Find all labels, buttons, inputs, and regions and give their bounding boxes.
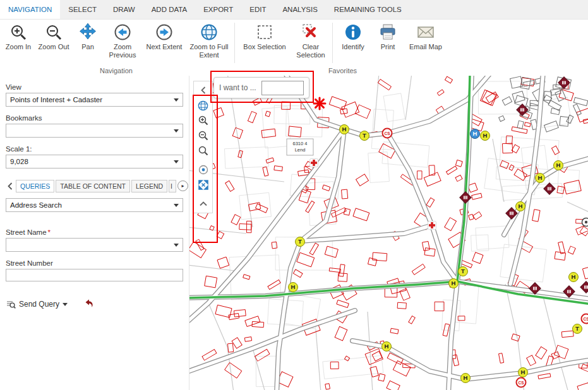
chevron-down-icon [174,129,179,133]
street-number-label: Street Number [6,259,183,267]
svg-text:T: T [461,268,465,275]
map-marker-h[interactable]: H [554,161,563,170]
map-globe-button[interactable] [195,98,211,113]
svg-text:H: H [538,174,543,181]
view-dropdown[interactable]: Points of Interest + Cadaster [6,93,183,107]
map-marker-h[interactable]: H [289,283,298,292]
map-zoom-out-button[interactable] [195,128,211,143]
menu-tab-analysis[interactable]: ANALYSIS [274,0,325,19]
bookmarks-dropdown[interactable] [6,124,183,138]
menu-tab-select[interactable]: SELECT [60,0,105,19]
svg-text:H: H [572,273,576,280]
undo-arrow-icon [84,298,94,308]
map-zoom-in-button[interactable] [195,113,211,128]
required-asterisk: * [48,228,51,236]
ribbon-button-label: Zoom In [6,43,31,51]
map-marker-t[interactable]: T [296,237,305,247]
map-marker-h[interactable]: H [481,131,490,141]
map-toolbar-collapse-button[interactable] [195,196,211,211]
map-marker-cs[interactable]: CS [517,378,526,387]
zoom-in-icon [198,115,209,126]
panel-tab-i[interactable]: I [169,180,176,192]
map-canvas[interactable]: 6310 4LendHTCSHHHHHTTHHHTHCSHHCS [189,76,588,390]
map-marker-h[interactable]: H [449,279,459,288]
street-name-dropdown[interactable] [6,238,183,252]
map-marker-h[interactable]: H [516,202,525,211]
scale-dropdown[interactable]: 9,028 [6,155,183,168]
ribbon-group-favorites: Box SelectionClear SelectionIdentifyPrin… [237,20,448,76]
menu-tab-remaining-tools[interactable]: REMAINING TOOLS [326,0,410,19]
map-marker-h[interactable]: H [340,125,349,134]
ribbon-button-label: Zoom to Full Extent [189,43,229,59]
map-toolbar [193,81,213,213]
print-icon [378,23,397,42]
zoom-full-extent-icon [200,23,219,42]
map-marker-tgt[interactable] [582,218,588,227]
map-marker-h[interactable]: H [536,174,545,183]
i-want-to-input[interactable] [261,81,304,95]
scale-label: Scale 1: [6,145,183,153]
map-zoom-box-button[interactable] [195,143,211,158]
ribbon-button-label: Clear Selection [293,43,328,59]
map-marker-cs[interactable]: CS [383,129,392,138]
view-dropdown-value: Points of Interest + Cadaster [10,96,102,103]
menu-tab-export[interactable]: EXPORT [195,0,241,19]
ribbon-button-label: Pan [81,43,94,51]
send-query-label: Send Query [19,300,59,309]
map-marker-hb[interactable]: H [471,129,480,139]
map-marker-cs[interactable]: CS [582,314,588,324]
svg-text:H: H [385,343,389,350]
identify-icon [344,23,363,42]
map-marker-h[interactable]: H [461,374,471,383]
panel-tab-table-of-content[interactable]: TABLE OF CONTENT [56,180,130,192]
undo-query-button[interactable] [84,298,94,310]
svg-text:H: H [521,369,525,375]
street-number-input[interactable] [6,269,183,281]
map-marker-t[interactable]: T [360,131,369,141]
expand-arrows-icon [198,179,209,191]
i-want-to-search-widget[interactable]: I want to ... [213,77,309,98]
send-query-button[interactable]: Send Query [6,299,68,309]
panel-tabs-next-button[interactable]: ▸ [177,180,188,191]
map-viewport[interactable]: 6310 4LendHTCSHHHHHTTHHHTHCSHHCS I want … [189,76,588,390]
ribbon-group-label-favorites: Favorites [237,67,448,74]
circle-dot-icon [198,164,209,175]
map-marker-t[interactable]: T [573,324,582,334]
map-marker-h[interactable]: H [569,273,579,282]
map-active-tool-button[interactable] [195,162,211,177]
map-marker-aid[interactable] [310,159,318,167]
svg-text:CS: CS [518,381,524,385]
magnifier-icon [198,145,209,157]
svg-text:T: T [298,238,302,245]
ribbon-button-label: Identify [342,43,364,51]
collapse-panel-button[interactable] [195,83,211,98]
svg-text:H: H [464,374,468,381]
query-type-dropdown[interactable]: Address Search [6,198,183,212]
map-marker-h[interactable]: H [519,368,528,377]
panel-tab-legend[interactable]: LEGEND [131,180,167,192]
ribbon-button-label: Email Map [409,43,442,51]
panel-tab-strip: QUERIESTABLE OF CONTENTLEGENDI ▸ • [6,179,183,193]
svg-text:CS: CS [583,317,588,321]
map-parcel-label: 6310 4Lend [287,139,313,155]
svg-text:T: T [363,132,366,139]
map-full-extent-button[interactable] [195,177,211,192]
svg-text:6310 4: 6310 4 [293,141,308,146]
zoom-in-icon [9,23,28,42]
panel-tabs-scroll-left-button[interactable] [6,179,15,192]
map-marker-t[interactable]: T [459,267,468,276]
chevron-up-icon [200,201,207,206]
panel-tab-queries[interactable]: QUERIES [16,180,54,192]
svg-text:H: H [452,280,456,287]
map-marker-h[interactable]: H [382,342,392,352]
menu-tab-navigation[interactable]: NAVIGATION [0,0,60,19]
map-marker-aid[interactable] [428,222,436,230]
zoom-previous-icon [113,23,132,42]
menu-tab-add-data[interactable]: ADD DATA [143,0,195,19]
menu-tab-edit[interactable]: EDIT [241,0,274,19]
ribbon-group-navigation: Zoom InZoom OutPanZoom PreviousNext Exte… [0,20,232,76]
bookmarks-label: Bookmarks [6,114,183,122]
svg-text:H: H [473,130,477,137]
menu-tab-draw[interactable]: DRAW [105,0,143,19]
zoom-out-icon [44,23,63,42]
